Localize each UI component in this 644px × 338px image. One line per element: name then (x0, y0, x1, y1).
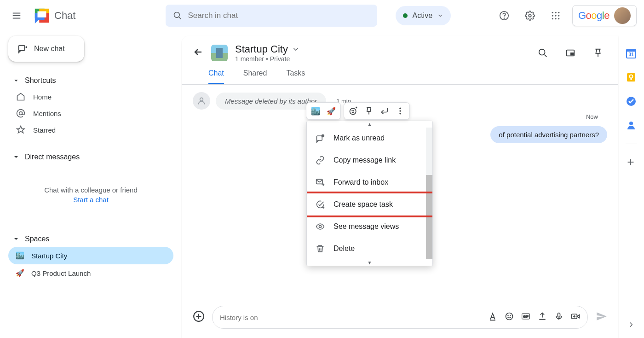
svg-point-23 (200, 98, 203, 101)
status-pill[interactable]: Active (396, 6, 451, 25)
search-in-space-button[interactable] (534, 44, 552, 62)
user-avatar[interactable] (614, 7, 631, 24)
svg-point-8 (529, 14, 531, 17)
svg-rect-4 (38, 12, 46, 17)
new-chat-button[interactable]: New chat (8, 36, 84, 62)
reaction-bar: 🏙️ 🚀 (306, 102, 410, 120)
account-box[interactable]: Google (572, 5, 637, 26)
add-reaction-button[interactable] (349, 106, 358, 116)
sidebar: New chat Shortcuts Home Mentions Starred (0, 31, 182, 338)
top-bar: Chat Active Google (0, 0, 644, 31)
sidebar-item-home[interactable]: Home (8, 88, 173, 105)
add-button[interactable] (193, 310, 205, 324)
menu-item-label: See message views (334, 222, 399, 231)
home-icon (16, 92, 26, 101)
svg-point-24 (350, 108, 356, 114)
new-chat-label: New chat (34, 45, 65, 53)
menu-item-see-views[interactable]: See message views (307, 216, 432, 238)
keep-addon-button[interactable] (626, 72, 637, 83)
svg-point-29 (399, 113, 401, 114)
space-item-q3-launch[interactable]: 🚀 Q3 Product Launch (8, 264, 173, 282)
mentions-label: Mentions (33, 110, 61, 117)
rail-divider (626, 144, 637, 144)
upload-button[interactable] (538, 312, 547, 323)
eye-icon (315, 222, 325, 231)
menu-item-create-task[interactable]: Create space task (306, 192, 433, 217)
display-options-button[interactable] (561, 44, 580, 62)
video-button[interactable] (571, 312, 580, 323)
svg-point-9 (552, 12, 553, 13)
compose-input[interactable] (220, 314, 483, 321)
sidebar-item-mentions[interactable]: Mentions (8, 105, 173, 122)
get-addons-button[interactable] (626, 157, 637, 168)
caret-down-icon (14, 237, 18, 241)
svg-rect-40 (558, 313, 560, 317)
start-chat-link[interactable]: Start a chat (8, 196, 173, 204)
mark-unread-icon (315, 134, 325, 143)
svg-text:31: 31 (628, 52, 634, 57)
menu-item-forward[interactable]: Forward to inbox (307, 171, 432, 193)
caret-down-icon (14, 155, 18, 159)
svg-rect-22 (571, 53, 574, 55)
menu-item-mark-unread[interactable]: Mark as unread (307, 127, 432, 149)
format-button[interactable] (488, 312, 497, 323)
right-message-bubble[interactable]: of potential advertising partners? (490, 126, 607, 143)
link-icon (315, 156, 325, 165)
menu-item-label: Forward to inbox (334, 178, 388, 186)
city-icon: 🏙️ (15, 251, 25, 261)
menu-scroll-up-icon[interactable]: ▲ (307, 121, 432, 127)
tab-chat[interactable]: Chat (208, 69, 224, 84)
messages-area: Message deleted by its author 1 min Now … (182, 85, 618, 299)
svg-point-10 (555, 12, 556, 13)
reply-button[interactable] (380, 106, 389, 116)
forward-icon (315, 178, 325, 187)
svg-point-49 (629, 122, 633, 125)
space-item-startup-city[interactable]: 🏙️ Startup City (8, 247, 173, 264)
space-title-button[interactable]: Startup City (235, 43, 300, 55)
space-title-text: Startup City (235, 43, 288, 55)
shortcuts-label: Shortcuts (25, 76, 56, 85)
tab-tasks[interactable]: Tasks (286, 69, 305, 84)
tasks-addon-button[interactable] (626, 96, 637, 107)
svg-point-7 (504, 18, 505, 18)
emoji-rocket-button[interactable]: 🚀 (327, 107, 336, 116)
emoji-button[interactable] (505, 312, 514, 323)
contacts-addon-button[interactable] (626, 120, 637, 131)
send-button[interactable] (595, 310, 607, 324)
status-dot-icon (403, 13, 408, 18)
collapse-rail-button[interactable] (627, 321, 635, 331)
quote-in-reply-button[interactable] (364, 106, 374, 116)
spaces-header[interactable]: Spaces (8, 231, 173, 247)
settings-button[interactable] (521, 6, 539, 25)
mic-button[interactable] (554, 312, 564, 323)
sidebar-item-starred[interactable]: Starred (8, 122, 173, 138)
trash-icon (315, 244, 325, 253)
logo-area: Chat (33, 7, 75, 24)
menu-item-label: Create space task (334, 200, 393, 209)
dm-header[interactable]: Direct messages (8, 149, 173, 165)
tab-shared[interactable]: Shared (243, 69, 267, 84)
user-placeholder-icon (193, 92, 210, 110)
gif-button[interactable]: GIF (521, 312, 530, 323)
menu-scroll-down-icon[interactable]: ▼ (307, 260, 432, 266)
svg-text:GIF: GIF (523, 315, 528, 318)
svg-point-5 (174, 12, 180, 18)
svg-point-26 (353, 111, 354, 111)
more-actions-button[interactable] (396, 106, 405, 116)
help-button[interactable] (495, 6, 513, 25)
search-bar[interactable] (166, 5, 377, 27)
calendar-addon-button[interactable]: 31 (626, 48, 637, 59)
menu-item-copy-link[interactable]: Copy message link (307, 149, 432, 171)
pin-button[interactable] (589, 44, 607, 62)
reaction-segment-actions (344, 102, 410, 120)
at-icon (16, 109, 26, 118)
back-button[interactable] (193, 47, 204, 59)
emoji-city-button[interactable]: 🏙️ (311, 107, 320, 116)
apps-button[interactable] (546, 6, 565, 25)
compose-box[interactable]: GIF (212, 306, 588, 329)
shortcuts-header[interactable]: Shortcuts (8, 73, 173, 88)
svg-point-31 (322, 135, 324, 137)
search-input[interactable] (188, 11, 370, 20)
main-menu-button[interactable] (7, 6, 26, 25)
menu-item-delete[interactable]: Delete (307, 238, 432, 260)
